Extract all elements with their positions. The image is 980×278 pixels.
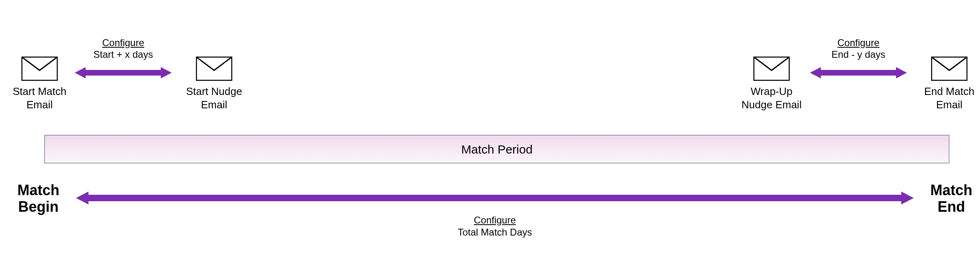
svg-marker-3 xyxy=(161,67,172,78)
match-timeline-diagram: Start Match Email Configure Start + x da… xyxy=(0,0,980,278)
end-offset-arrow xyxy=(808,65,909,82)
start-nudge-email-label: Start Nudge Email xyxy=(182,85,246,111)
match-period-bar: Match Period xyxy=(44,135,949,163)
configure-heading: Configure xyxy=(102,37,144,48)
wrapup-nudge-email-label: Wrap-Up Nudge Email xyxy=(739,85,804,111)
configure-start-subtext: Start + x days xyxy=(93,49,153,60)
envelope-icon xyxy=(931,57,967,81)
configure-heading: Configure xyxy=(474,215,516,225)
configure-total-label: Configure Total Match Days xyxy=(434,214,555,238)
start-nudge-email-node: Start Nudge Email xyxy=(182,57,246,111)
envelope-icon xyxy=(196,57,232,81)
envelope-icon xyxy=(21,57,58,81)
configure-end-subtext: End - y days xyxy=(831,49,885,60)
match-period-label: Match Period xyxy=(461,143,533,156)
configure-end-label: Configure End - y days xyxy=(806,37,911,61)
match-end-label: Match End xyxy=(917,182,980,215)
match-begin-label: Match Begin xyxy=(4,182,73,215)
start-offset-arrow xyxy=(73,65,174,82)
svg-marker-2 xyxy=(75,67,86,78)
start-match-email-label: Start Match Email xyxy=(7,85,72,111)
svg-marker-8 xyxy=(896,67,907,78)
envelope-icon xyxy=(753,57,790,81)
svg-marker-11 xyxy=(76,192,88,204)
configure-heading: Configure xyxy=(837,37,879,48)
configure-total-subtext: Total Match Days xyxy=(458,227,532,238)
svg-marker-12 xyxy=(901,192,914,204)
svg-marker-7 xyxy=(810,67,821,78)
total-match-arrow xyxy=(75,190,915,208)
wrapup-nudge-email-node: Wrap-Up Nudge Email xyxy=(739,57,804,111)
end-match-email-node: End Match Email xyxy=(917,57,980,111)
end-match-email-label: End Match Email xyxy=(917,85,980,111)
start-match-email-node: Start Match Email xyxy=(7,57,72,111)
configure-start-label: Configure Start + x days xyxy=(71,37,176,61)
